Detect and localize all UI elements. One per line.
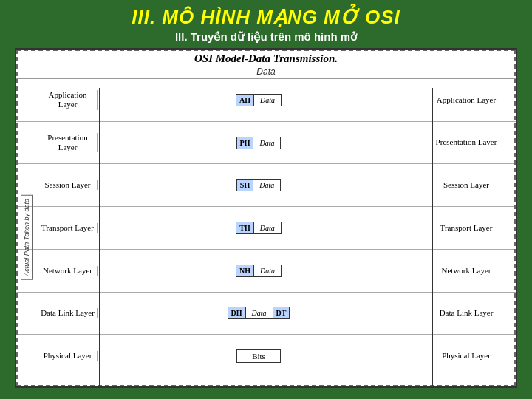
table-row: Data Link Layer DH Data DT Data Link Lay… xyxy=(16,293,516,335)
middle-area-transport: TH Data xyxy=(98,220,420,236)
trailer-dt: DT xyxy=(273,307,290,318)
side-label-container: Actual Path Taken by data xyxy=(16,88,37,386)
packet-application: AH Data xyxy=(236,94,282,106)
header-th: TH xyxy=(236,222,253,233)
data-application: Data xyxy=(254,95,281,106)
data-presentation: Data xyxy=(253,137,280,149)
packet-datalink: DH Data DT xyxy=(228,307,290,319)
table-row: PresentationLayer PH Data Presentation L… xyxy=(16,122,516,165)
layer-right-transport: Transport Layer xyxy=(420,223,516,233)
data-network: Data xyxy=(254,265,281,276)
table-row: Physical Layer Bits Physical Layer xyxy=(16,335,516,377)
packet-transport: TH Data xyxy=(236,222,281,234)
middle-area-application: AH Data xyxy=(98,92,420,108)
bits-box: Bits xyxy=(236,349,281,363)
header-ph: PH xyxy=(237,137,254,149)
layer-right-presentation: Presentation Layer xyxy=(420,137,516,147)
vertical-arrow-left xyxy=(99,88,100,386)
middle-area-session: SH Data xyxy=(98,177,420,193)
header-dh: DH xyxy=(228,307,246,318)
middle-area-datalink: DH Data DT xyxy=(98,305,420,321)
header-sh: SH xyxy=(237,180,253,191)
packet-network: NH Data xyxy=(236,265,282,277)
header-ah: AH xyxy=(236,95,254,106)
data-datalink: Data xyxy=(246,307,273,318)
title-area: III. MÔ HÌNH MẠNG MỞ OSI III. Truyền dữ … xyxy=(0,0,532,48)
data-session: Data xyxy=(253,180,280,191)
layer-right-datalink: Data Link Layer xyxy=(420,308,516,318)
layer-right-session: Session Layer xyxy=(420,180,516,190)
subtitle: III. Truyền dữ liệu trên mô hình mở xyxy=(0,29,532,47)
table-row: Application Layer AH Data Application La… xyxy=(16,79,516,122)
data-transport: Data xyxy=(254,222,281,233)
table-row: Session Layer SH Data Session Layer xyxy=(16,164,516,207)
packet-session: SH Data xyxy=(236,179,281,191)
osi-table: Application Layer AH Data Application La… xyxy=(16,78,516,377)
table-row: Network Layer NH Data Network Layer xyxy=(16,250,516,293)
header-nh: NH xyxy=(236,265,254,276)
layer-right-application: Application Layer xyxy=(420,95,516,105)
vertical-arrow-right xyxy=(432,88,433,386)
main-title: III. MÔ HÌNH MẠNG MỞ OSI xyxy=(0,6,532,29)
middle-area-network: NH Data xyxy=(98,263,420,279)
layer-right-physical: Physical Layer xyxy=(420,351,516,361)
layer-right-network: Network Layer xyxy=(420,266,516,276)
middle-area-physical: Bits xyxy=(98,348,420,364)
diagram-title: OSI Model-Data Transmission. xyxy=(16,50,516,66)
side-label: Actual Path Taken by data xyxy=(21,195,33,280)
diagram-container: OSI Model-Data Transmission. Data Actual… xyxy=(15,48,517,388)
middle-area-presentation: PH Data xyxy=(98,135,420,151)
packet-presentation: PH Data xyxy=(236,137,282,149)
data-top-label: Data xyxy=(16,66,516,77)
table-row: Transport Layer TH Data Transport Layer xyxy=(16,207,516,250)
